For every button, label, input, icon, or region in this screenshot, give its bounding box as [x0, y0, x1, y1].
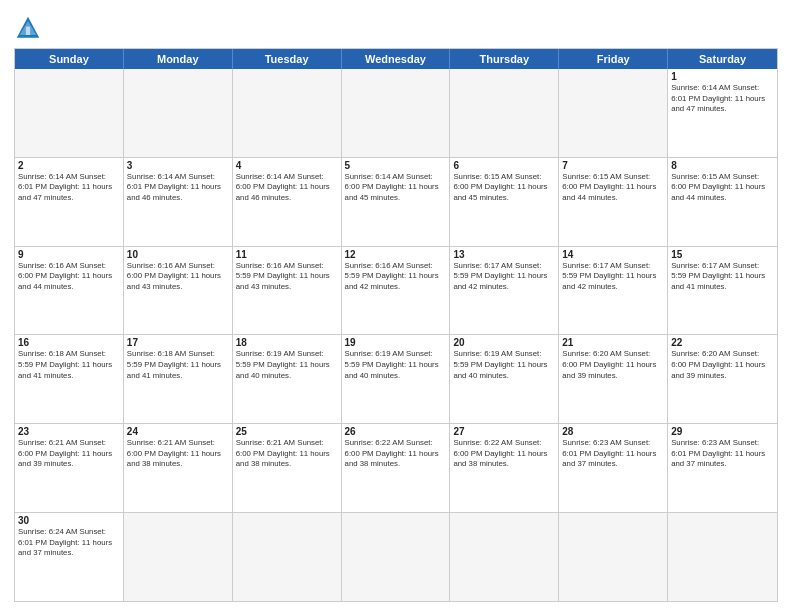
cell-info: Sunrise: 6:20 AM Sunset: 6:00 PM Dayligh…	[671, 349, 774, 381]
day-number: 9	[18, 249, 120, 260]
calendar-cell-7: 7Sunrise: 6:15 AM Sunset: 6:00 PM Daylig…	[559, 158, 668, 246]
header	[14, 10, 778, 42]
header-day-friday: Friday	[559, 49, 668, 69]
cell-info: Sunrise: 6:15 AM Sunset: 6:00 PM Dayligh…	[453, 172, 555, 204]
cell-info: Sunrise: 6:21 AM Sunset: 6:00 PM Dayligh…	[18, 438, 120, 470]
calendar-cell-empty-5-3	[342, 513, 451, 601]
day-number: 24	[127, 426, 229, 437]
day-number: 23	[18, 426, 120, 437]
day-number: 30	[18, 515, 120, 526]
day-number: 27	[453, 426, 555, 437]
logo	[14, 14, 46, 42]
cell-info: Sunrise: 6:14 AM Sunset: 6:00 PM Dayligh…	[236, 172, 338, 204]
cell-info: Sunrise: 6:17 AM Sunset: 5:59 PM Dayligh…	[562, 261, 664, 293]
cell-info: Sunrise: 6:15 AM Sunset: 6:00 PM Dayligh…	[671, 172, 774, 204]
day-number: 19	[345, 337, 447, 348]
day-number: 29	[671, 426, 774, 437]
calendar-cell-28: 28Sunrise: 6:23 AM Sunset: 6:01 PM Dayli…	[559, 424, 668, 512]
day-number: 1	[671, 71, 774, 82]
calendar-cell-empty-0-5	[559, 69, 668, 157]
cell-info: Sunrise: 6:21 AM Sunset: 6:00 PM Dayligh…	[236, 438, 338, 470]
cell-info: Sunrise: 6:19 AM Sunset: 5:59 PM Dayligh…	[236, 349, 338, 381]
day-number: 21	[562, 337, 664, 348]
calendar-cell-19: 19Sunrise: 6:19 AM Sunset: 5:59 PM Dayli…	[342, 335, 451, 423]
day-number: 28	[562, 426, 664, 437]
day-number: 2	[18, 160, 120, 171]
cell-info: Sunrise: 6:18 AM Sunset: 5:59 PM Dayligh…	[127, 349, 229, 381]
calendar-cell-2: 2Sunrise: 6:14 AM Sunset: 6:01 PM Daylig…	[15, 158, 124, 246]
header-day-monday: Monday	[124, 49, 233, 69]
calendar-row-5: 30Sunrise: 6:24 AM Sunset: 6:01 PM Dayli…	[15, 512, 777, 601]
day-number: 11	[236, 249, 338, 260]
cell-info: Sunrise: 6:19 AM Sunset: 5:59 PM Dayligh…	[345, 349, 447, 381]
calendar-cell-empty-0-4	[450, 69, 559, 157]
calendar-cell-empty-0-3	[342, 69, 451, 157]
calendar-cell-22: 22Sunrise: 6:20 AM Sunset: 6:00 PM Dayli…	[668, 335, 777, 423]
calendar-cell-20: 20Sunrise: 6:19 AM Sunset: 5:59 PM Dayli…	[450, 335, 559, 423]
cell-info: Sunrise: 6:21 AM Sunset: 6:00 PM Dayligh…	[127, 438, 229, 470]
cell-info: Sunrise: 6:22 AM Sunset: 6:00 PM Dayligh…	[453, 438, 555, 470]
day-number: 18	[236, 337, 338, 348]
day-number: 15	[671, 249, 774, 260]
day-number: 13	[453, 249, 555, 260]
calendar-cell-empty-5-2	[233, 513, 342, 601]
calendar-cell-23: 23Sunrise: 6:21 AM Sunset: 6:00 PM Dayli…	[15, 424, 124, 512]
calendar-cell-5: 5Sunrise: 6:14 AM Sunset: 6:00 PM Daylig…	[342, 158, 451, 246]
header-day-wednesday: Wednesday	[342, 49, 451, 69]
cell-info: Sunrise: 6:14 AM Sunset: 6:00 PM Dayligh…	[345, 172, 447, 204]
calendar-cell-13: 13Sunrise: 6:17 AM Sunset: 5:59 PM Dayli…	[450, 247, 559, 335]
calendar-cell-21: 21Sunrise: 6:20 AM Sunset: 6:00 PM Dayli…	[559, 335, 668, 423]
calendar-row-0: 1Sunrise: 6:14 AM Sunset: 6:01 PM Daylig…	[15, 69, 777, 157]
day-number: 20	[453, 337, 555, 348]
calendar-cell-9: 9Sunrise: 6:16 AM Sunset: 6:00 PM Daylig…	[15, 247, 124, 335]
logo-icon	[14, 14, 42, 42]
calendar-row-1: 2Sunrise: 6:14 AM Sunset: 6:01 PM Daylig…	[15, 157, 777, 246]
cell-info: Sunrise: 6:16 AM Sunset: 6:00 PM Dayligh…	[127, 261, 229, 293]
calendar-cell-empty-0-1	[124, 69, 233, 157]
calendar-cell-15: 15Sunrise: 6:17 AM Sunset: 5:59 PM Dayli…	[668, 247, 777, 335]
calendar-cell-empty-5-1	[124, 513, 233, 601]
header-day-saturday: Saturday	[668, 49, 777, 69]
day-number: 3	[127, 160, 229, 171]
day-number: 10	[127, 249, 229, 260]
day-number: 22	[671, 337, 774, 348]
day-number: 4	[236, 160, 338, 171]
header-day-sunday: Sunday	[15, 49, 124, 69]
calendar-cell-empty-5-5	[559, 513, 668, 601]
calendar-cell-empty-5-4	[450, 513, 559, 601]
cell-info: Sunrise: 6:17 AM Sunset: 5:59 PM Dayligh…	[453, 261, 555, 293]
header-day-tuesday: Tuesday	[233, 49, 342, 69]
calendar-cell-6: 6Sunrise: 6:15 AM Sunset: 6:00 PM Daylig…	[450, 158, 559, 246]
calendar-cell-16: 16Sunrise: 6:18 AM Sunset: 5:59 PM Dayli…	[15, 335, 124, 423]
calendar-cell-empty-0-0	[15, 69, 124, 157]
calendar-cell-14: 14Sunrise: 6:17 AM Sunset: 5:59 PM Dayli…	[559, 247, 668, 335]
day-number: 6	[453, 160, 555, 171]
calendar-cell-26: 26Sunrise: 6:22 AM Sunset: 6:00 PM Dayli…	[342, 424, 451, 512]
cell-info: Sunrise: 6:24 AM Sunset: 6:01 PM Dayligh…	[18, 527, 120, 559]
cell-info: Sunrise: 6:16 AM Sunset: 5:59 PM Dayligh…	[236, 261, 338, 293]
calendar-cell-8: 8Sunrise: 6:15 AM Sunset: 6:00 PM Daylig…	[668, 158, 777, 246]
calendar-cell-10: 10Sunrise: 6:16 AM Sunset: 6:00 PM Dayli…	[124, 247, 233, 335]
cell-info: Sunrise: 6:14 AM Sunset: 6:01 PM Dayligh…	[127, 172, 229, 204]
svg-rect-2	[26, 27, 30, 35]
cell-info: Sunrise: 6:22 AM Sunset: 6:00 PM Dayligh…	[345, 438, 447, 470]
cell-info: Sunrise: 6:16 AM Sunset: 5:59 PM Dayligh…	[345, 261, 447, 293]
calendar-body: 1Sunrise: 6:14 AM Sunset: 6:01 PM Daylig…	[15, 69, 777, 601]
calendar-cell-12: 12Sunrise: 6:16 AM Sunset: 5:59 PM Dayli…	[342, 247, 451, 335]
calendar-cell-1: 1Sunrise: 6:14 AM Sunset: 6:01 PM Daylig…	[668, 69, 777, 157]
calendar-row-3: 16Sunrise: 6:18 AM Sunset: 5:59 PM Dayli…	[15, 334, 777, 423]
calendar-header: SundayMondayTuesdayWednesdayThursdayFrid…	[15, 49, 777, 69]
calendar-cell-29: 29Sunrise: 6:23 AM Sunset: 6:01 PM Dayli…	[668, 424, 777, 512]
day-number: 25	[236, 426, 338, 437]
day-number: 26	[345, 426, 447, 437]
calendar-cell-25: 25Sunrise: 6:21 AM Sunset: 6:00 PM Dayli…	[233, 424, 342, 512]
cell-info: Sunrise: 6:16 AM Sunset: 6:00 PM Dayligh…	[18, 261, 120, 293]
calendar-cell-3: 3Sunrise: 6:14 AM Sunset: 6:01 PM Daylig…	[124, 158, 233, 246]
cell-info: Sunrise: 6:20 AM Sunset: 6:00 PM Dayligh…	[562, 349, 664, 381]
cell-info: Sunrise: 6:23 AM Sunset: 6:01 PM Dayligh…	[671, 438, 774, 470]
cell-info: Sunrise: 6:15 AM Sunset: 6:00 PM Dayligh…	[562, 172, 664, 204]
calendar-cell-empty-5-6	[668, 513, 777, 601]
page: SundayMondayTuesdayWednesdayThursdayFrid…	[0, 0, 792, 612]
calendar-cell-4: 4Sunrise: 6:14 AM Sunset: 6:00 PM Daylig…	[233, 158, 342, 246]
calendar-cell-18: 18Sunrise: 6:19 AM Sunset: 5:59 PM Dayli…	[233, 335, 342, 423]
